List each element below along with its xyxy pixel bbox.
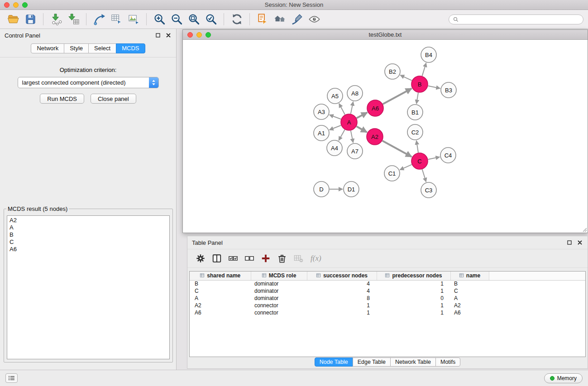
node-D[interactable]: D (314, 181, 329, 197)
close-panel-x-button[interactable] (165, 32, 172, 38)
optimization-criterion-select[interactable]: largest connected component (directed) (18, 77, 159, 88)
node-A3[interactable]: A3 (314, 104, 329, 119)
network-canvas[interactable]: B4B2BB3A5A8A6B1A3AC2A1A2A4A7C4CC1C3DD1 (183, 40, 588, 233)
edge-A-A5[interactable] (339, 104, 345, 114)
node-table[interactable]: shared nameMCDS rolesuccessor nodesprede… (189, 271, 586, 357)
node-B2[interactable]: B2 (385, 64, 400, 79)
mcds-result-list[interactable]: A2ABCA6 (7, 215, 170, 359)
node-B4[interactable]: B4 (421, 47, 436, 62)
open-session-button[interactable] (5, 11, 22, 28)
delete-table-button[interactable] (291, 251, 306, 266)
mcds-result-item[interactable]: C (10, 238, 167, 246)
save-session-button[interactable] (22, 11, 39, 28)
unselect-all-button[interactable] (242, 251, 257, 266)
node-B3[interactable]: B3 (441, 82, 456, 98)
import-network-button[interactable] (48, 11, 65, 28)
tab-style[interactable]: Style (64, 43, 89, 53)
zoom-selected-button[interactable] (202, 11, 220, 28)
mcds-result-item[interactable]: A (10, 224, 167, 231)
fullscreen-window-button[interactable] (22, 2, 28, 8)
table-row[interactable]: A6connector11A6 (190, 309, 585, 316)
network-graph[interactable]: B4B2BB3A5A8A6B1A3AC2A1A2A4A7C4CC1C3DD1 (183, 40, 588, 233)
table-row[interactable]: Adominator80A (190, 295, 585, 302)
search-box[interactable] (449, 14, 583, 24)
network-close-button[interactable] (187, 32, 193, 38)
export-image-button[interactable] (125, 11, 142, 28)
edge-A-A8[interactable] (351, 102, 353, 114)
import-table-button[interactable] (65, 11, 82, 28)
column-header-MCDS-role[interactable]: MCDS role (251, 272, 307, 280)
tab-motifs[interactable]: Motifs (435, 357, 460, 367)
edge-A-A2[interactable] (357, 126, 367, 132)
edge-A-A7[interactable] (351, 131, 353, 143)
add-entry-button[interactable] (258, 251, 273, 266)
tab-select[interactable]: Select (88, 43, 116, 53)
column-header-successor-nodes[interactable]: successor nodes (307, 272, 377, 280)
mcds-result-item[interactable]: B (10, 231, 167, 238)
table-row[interactable]: A2connector11A2 (190, 302, 585, 309)
network-window-titlebar[interactable]: testGlobe.txt (183, 30, 588, 40)
select-all-button[interactable] (225, 251, 240, 266)
edge-A-A1[interactable] (330, 125, 341, 130)
show-all-panels-button[interactable] (271, 11, 288, 28)
node-A[interactable]: A (341, 114, 357, 130)
column-header-predecessor-nodes[interactable]: predecessor nodes (377, 272, 450, 280)
refresh-layout-button[interactable] (228, 11, 245, 28)
run-mcds-button[interactable]: Run MCDS (40, 94, 84, 104)
table-row[interactable]: Bdominator41B (190, 280, 585, 287)
node-C1[interactable]: C1 (384, 166, 400, 181)
zoom-fit-button[interactable] (185, 11, 202, 28)
table-row[interactable]: Cdominator41C (190, 287, 585, 295)
task-history-button[interactable] (5, 373, 18, 383)
first-neighbors-button[interactable] (254, 11, 271, 28)
memory-button[interactable]: Memory (544, 373, 583, 383)
tab-node-table[interactable]: Node Table (315, 357, 353, 367)
close-table-panel-button[interactable] (577, 239, 583, 246)
node-A7[interactable]: A7 (347, 143, 363, 159)
tab-mcds[interactable]: MCDS (116, 43, 145, 53)
edge-A-A3[interactable] (330, 115, 341, 119)
delete-selected-button[interactable] (274, 251, 289, 266)
mcds-result-item[interactable]: A6 (10, 246, 167, 253)
function-builder-button[interactable]: f(x) (307, 251, 325, 266)
node-A4[interactable]: A4 (327, 140, 342, 156)
mcds-result-item[interactable]: A2 (10, 217, 167, 224)
node-C3[interactable]: C3 (421, 182, 436, 198)
node-C[interactable]: C (411, 153, 428, 169)
node-A5[interactable]: A5 (327, 88, 343, 104)
edge-B-B2[interactable] (400, 75, 412, 81)
tab-network-table[interactable]: Network Table (390, 357, 436, 367)
network-zoom-button[interactable] (206, 32, 211, 38)
eye-visibility-button[interactable] (306, 11, 323, 28)
tab-network[interactable]: Network (31, 43, 64, 53)
edge-B-B3[interactable] (428, 86, 440, 88)
float-panel-button[interactable] (155, 32, 161, 38)
node-C4[interactable]: C4 (440, 148, 456, 163)
tab-edge-table[interactable]: Edge Table (353, 357, 391, 367)
edge-C-C1[interactable] (400, 165, 411, 170)
edge-C-C2[interactable] (416, 141, 418, 152)
zoom-in-button[interactable] (151, 11, 168, 28)
table-settings-button[interactable] (193, 251, 208, 266)
column-header-shared-name[interactable]: shared name (190, 272, 251, 280)
node-A1[interactable]: A1 (314, 125, 329, 141)
node-B[interactable]: B (411, 76, 428, 92)
minimize-window-button[interactable] (13, 2, 19, 8)
node-A8[interactable]: A8 (347, 86, 363, 101)
close-panel-button[interactable]: Close panel (91, 94, 136, 104)
edge-C-C4[interactable] (428, 157, 440, 159)
node-D1[interactable]: D1 (344, 181, 359, 197)
edge-B-B1[interactable] (416, 93, 418, 104)
edge-A-A4[interactable] (339, 130, 344, 141)
resize-grip[interactable] (582, 227, 587, 232)
node-A6[interactable]: A6 (367, 100, 383, 116)
edge-B-B4[interactable] (422, 63, 426, 76)
new-table-button[interactable] (108, 11, 125, 28)
new-network-button[interactable] (91, 11, 108, 28)
search-input[interactable] (461, 16, 579, 23)
network-minimize-button[interactable] (196, 32, 202, 38)
edge-A6-B[interactable] (383, 89, 412, 104)
node-B1[interactable]: B1 (407, 105, 423, 120)
node-C2[interactable]: C2 (407, 124, 423, 140)
zoom-out-button[interactable] (168, 11, 185, 28)
